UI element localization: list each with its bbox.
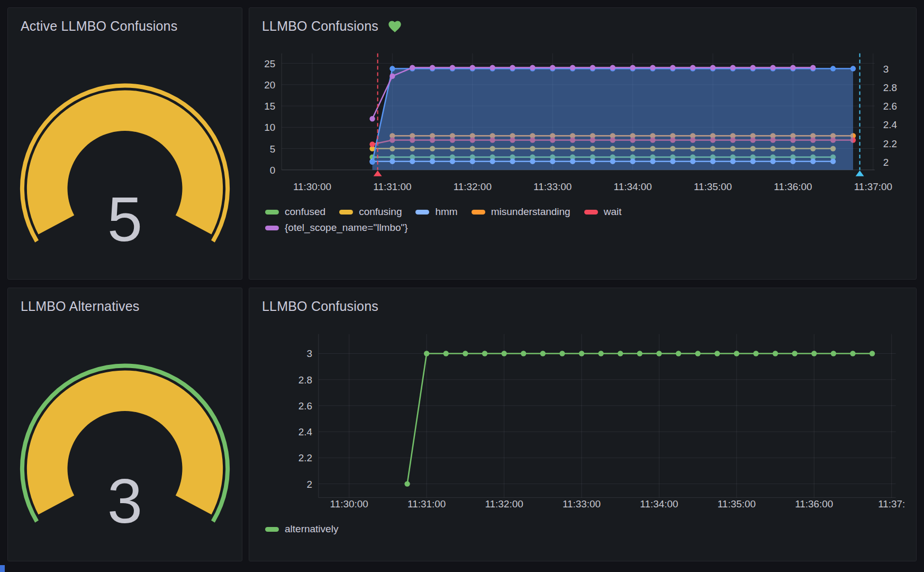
data-point (618, 351, 623, 356)
data-point (424, 351, 429, 356)
y-axis-left-labels: 22.22.42.62.83 (298, 348, 312, 489)
gauge-value: 3 (107, 466, 142, 536)
annotation-marker[interactable] (856, 53, 864, 176)
panel-llmbo-confusions-timeseries: LLMBO Confusions 051015202522.22.42.62.8… (249, 7, 917, 280)
panel-title[interactable]: Active LLMBO Confusions (21, 19, 177, 34)
legend-item-misunderstanding[interactable]: misunderstanding (472, 206, 570, 218)
data-point (470, 65, 475, 70)
data-point (773, 351, 778, 356)
gauge: 3 (8, 288, 242, 561)
axis-border (319, 334, 896, 498)
svg-text:3: 3 (306, 348, 312, 359)
legend-label: hmm (435, 206, 457, 218)
data-point (540, 351, 546, 356)
legend-swatch (415, 210, 429, 215)
panel-active-llmbo-confusions: Active LLMBO Confusions 5 (7, 7, 242, 280)
legend-label: {otel_scope_name="llmbo"} (285, 222, 408, 234)
legend-item-hmm[interactable]: hmm (415, 206, 457, 218)
data-point (790, 65, 795, 70)
data-point (770, 65, 775, 70)
svg-text:11:30:00: 11:30:00 (330, 498, 368, 510)
svg-text:2: 2 (883, 157, 889, 168)
legend-swatch (265, 226, 279, 230)
data-point (734, 351, 739, 356)
svg-text:15: 15 (264, 101, 275, 112)
data-point (598, 351, 603, 356)
panel-title[interactable]: LLMBO Confusions (262, 19, 378, 34)
svg-text:11:30:00: 11:30:00 (293, 181, 331, 192)
svg-text:11:35:00: 11:35:00 (718, 498, 756, 510)
svg-text:11:31:00: 11:31:00 (407, 498, 446, 510)
svg-text:2.6: 2.6 (298, 400, 312, 412)
gridlines (319, 334, 896, 498)
svg-text:2.4: 2.4 (883, 119, 897, 130)
legend-row: confusedconfusinghmmmisunderstandingwait (265, 206, 621, 218)
data-point (482, 351, 487, 356)
svg-text:0: 0 (270, 165, 276, 176)
svg-text:11:32:00: 11:32:00 (454, 181, 492, 192)
svg-text:11:32:00: 11:32:00 (485, 498, 523, 510)
data-point (869, 351, 875, 356)
heart-icon (387, 19, 403, 34)
data-point (550, 65, 555, 70)
panel-title[interactable]: LLMBO Confusions (262, 299, 378, 314)
data-point (670, 65, 675, 70)
legend-label: wait (604, 206, 622, 218)
svg-text:11:33:00: 11:33:00 (563, 498, 601, 510)
data-point (730, 65, 736, 70)
data-point (450, 65, 455, 70)
y-axis-left-labels: 0510152025 (264, 58, 275, 176)
data-point (490, 65, 495, 70)
panel-llmbo-alternatives: LLMBO Alternatives 3 (7, 288, 242, 561)
data-point (463, 351, 468, 356)
data-point (410, 65, 415, 70)
grafana-dashboard: Active LLMBO Confusions 5 LLMBO Confusio… (0, 0, 924, 572)
data-point (695, 351, 700, 356)
chart-legend: alternatively (265, 523, 338, 535)
data-point (810, 65, 816, 70)
legend-row: alternatively (265, 523, 338, 535)
svg-text:11:34:00: 11:34:00 (614, 181, 652, 192)
data-point (750, 65, 756, 70)
panel-llmbo-confusions-alternatively: LLMBO Confusions 22.22.42.62.8311:30:001… (249, 288, 917, 561)
series-alternatively (404, 351, 875, 486)
data-point (610, 65, 615, 70)
svg-text:2.8: 2.8 (298, 374, 312, 386)
x-axis-labels: 11:30:0011:31:0011:32:0011:33:0011:34:00… (293, 181, 892, 192)
time-series-chart[interactable]: 051015202522.22.42.62.8311:30:0011:31:00… (249, 8, 916, 279)
data-point (830, 66, 836, 71)
gauge-value: 5 (107, 184, 142, 254)
svg-text:11:35:00: 11:35:00 (694, 181, 732, 192)
legend-item-otel-scope-name-llmbo[interactable]: {otel_scope_name="llmbo"} (265, 222, 408, 234)
legend-label: misunderstanding (491, 206, 570, 218)
legend-swatch (265, 527, 279, 532)
data-point (753, 351, 758, 356)
svg-text:11:33:00: 11:33:00 (533, 181, 572, 192)
data-point (590, 65, 595, 70)
svg-text:11:34:00: 11:34:00 (640, 498, 678, 510)
data-point (404, 481, 410, 486)
svg-text:2.2: 2.2 (883, 138, 897, 149)
legend-item-confusing[interactable]: confusing (339, 206, 402, 218)
y-axis-right-labels: 22.22.42.62.83 (883, 64, 897, 168)
data-point (811, 351, 817, 356)
legend-item-confused[interactable]: confused (265, 206, 325, 218)
series-unlabeled (369, 66, 856, 169)
data-point (521, 351, 526, 356)
legend-label: confused (285, 206, 325, 218)
data-point (850, 66, 856, 71)
data-point (389, 66, 395, 71)
data-point (389, 74, 395, 79)
data-point (579, 351, 584, 356)
data-point (650, 65, 655, 70)
panel-title[interactable]: LLMBO Alternatives (21, 299, 140, 314)
legend-label: alternatively (285, 523, 338, 535)
svg-text:20: 20 (264, 79, 275, 91)
legend-item-alternatively[interactable]: alternatively (265, 523, 338, 535)
svg-text:25: 25 (264, 58, 275, 69)
gauge: 5 (8, 8, 242, 279)
data-point (656, 351, 662, 356)
time-series-chart[interactable]: 22.22.42.62.8311:30:0011:31:0011:32:0011… (249, 288, 916, 561)
legend-item-wait[interactable]: wait (584, 206, 622, 218)
svg-text:11:31:00: 11:31:00 (373, 181, 411, 192)
